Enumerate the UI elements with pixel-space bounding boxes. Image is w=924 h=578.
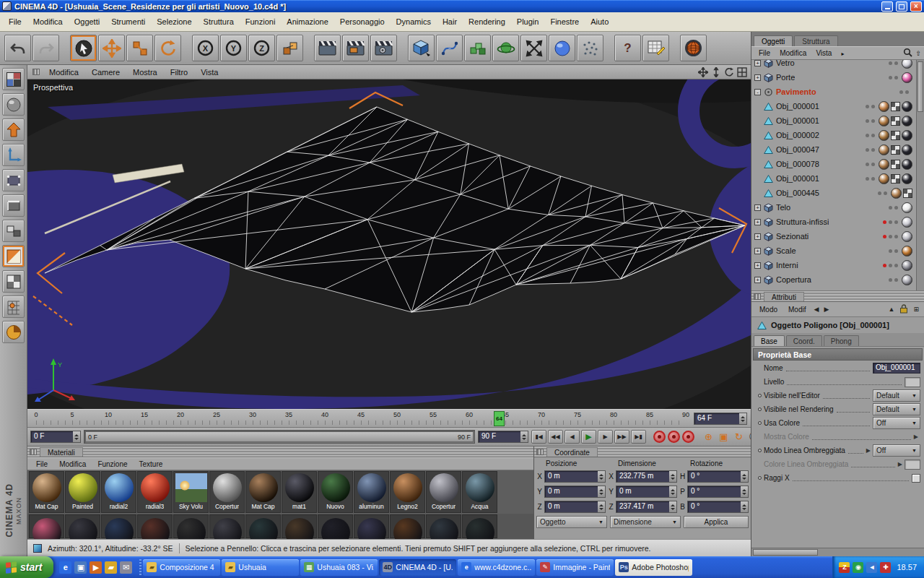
materials-menu-funzione[interactable]: Funzione xyxy=(92,460,133,469)
timeline-range-slider[interactable]: 0 F 90 F xyxy=(84,430,475,444)
zonealarm-icon[interactable]: Z xyxy=(839,562,850,573)
om-menu-more-icon[interactable]: ▸ xyxy=(837,48,848,58)
material-chips[interactable] xyxy=(902,202,912,213)
menu-funzioni[interactable]: Funzioni xyxy=(240,16,282,27)
viewport-grip[interactable] xyxy=(30,68,43,77)
material-item-partial[interactable] xyxy=(65,514,100,538)
panel-grip-icon[interactable] xyxy=(536,449,544,455)
visibility-dots[interactable] xyxy=(889,206,898,210)
visibility-dots[interactable] xyxy=(866,148,875,152)
menu-rendering[interactable]: Rendering xyxy=(463,16,511,27)
tray-clock[interactable]: 18.57 xyxy=(897,563,917,571)
attr-tab-base[interactable]: Base xyxy=(754,335,785,346)
tree-item-label[interactable]: Porte xyxy=(776,73,795,82)
texture-tag-icon[interactable] xyxy=(891,102,900,111)
material-chips[interactable] xyxy=(902,217,912,228)
toggle-views-icon[interactable] xyxy=(737,67,747,77)
size-z-field[interactable]: 237.417 m xyxy=(616,501,677,513)
tree-toggle[interactable]: - xyxy=(754,89,761,95)
visibility-dots[interactable] xyxy=(866,134,875,137)
material-tag-icon[interactable] xyxy=(879,173,889,184)
material-tag-icon[interactable] xyxy=(902,246,912,256)
material-chips[interactable] xyxy=(902,246,912,256)
tree-row[interactable]: Obj_000047 xyxy=(751,142,924,157)
texture-tag-icon[interactable] xyxy=(891,116,900,126)
range-start-stepper[interactable] xyxy=(73,431,80,442)
record-position-icon[interactable]: ⊕ xyxy=(702,430,715,444)
position-z-field[interactable]: 0 m xyxy=(544,501,606,513)
material-item-partial[interactable] xyxy=(29,514,64,538)
content-browser-button[interactable] xyxy=(642,35,669,61)
material-tag-icon[interactable] xyxy=(902,116,912,126)
coord-size-dropdown[interactable]: Dimensione▼ xyxy=(610,516,681,528)
lock-z-button[interactable]: Z xyxy=(248,35,275,61)
media-player-icon[interactable]: ▶ xyxy=(90,561,102,574)
tree-toggle[interactable]: + xyxy=(754,248,761,254)
tree-row[interactable]: Obj_000078 xyxy=(751,157,924,171)
render-active-view-button[interactable] xyxy=(342,35,369,61)
tree-row[interactable]: +Vetro xyxy=(751,60,924,70)
texture-tag-icon[interactable] xyxy=(891,160,900,169)
axis-mode-button[interactable] xyxy=(2,144,25,166)
tree-toggle[interactable]: + xyxy=(754,233,761,240)
om-menu-vista[interactable]: Vista xyxy=(811,48,836,58)
visibile-nell-editor-dropdown[interactable]: Default▼ xyxy=(873,389,920,402)
tree-row[interactable]: Obj_000001 xyxy=(751,171,924,186)
show-desktop-icon[interactable]: ▣ xyxy=(74,561,87,574)
tree-row[interactable]: Obj_000002 xyxy=(751,128,924,142)
add-particles-button[interactable] xyxy=(577,35,603,61)
add-deformer-button[interactable] xyxy=(520,35,547,61)
render-view-button[interactable] xyxy=(314,35,341,61)
material-item-partial[interactable] xyxy=(173,514,209,538)
material-chips[interactable] xyxy=(902,60,912,69)
minimize-button[interactable] xyxy=(881,1,893,12)
tree-row[interactable]: +Struttura-infissi xyxy=(751,215,924,229)
material-item-partial[interactable] xyxy=(354,514,389,538)
panel-grip-icon[interactable] xyxy=(30,449,37,455)
material-item[interactable]: Mat Cap xyxy=(245,471,281,513)
range-start-value[interactable]: 0 F xyxy=(31,431,73,442)
menu-dynamics[interactable]: Dynamics xyxy=(391,16,437,27)
current-frame-field[interactable]: 64 F xyxy=(694,413,747,425)
material-item[interactable]: Copertur xyxy=(209,471,245,513)
tree-toggle[interactable]: + xyxy=(754,60,761,66)
material-item[interactable]: mat1 xyxy=(282,471,317,513)
internet-explorer-icon[interactable]: e xyxy=(59,561,71,574)
material-item[interactable]: Nuovo xyxy=(318,471,353,513)
tree-item-label[interactable]: Copertura xyxy=(776,275,811,284)
material-chips[interactable] xyxy=(879,173,912,184)
panel-grip-icon[interactable] xyxy=(754,293,761,300)
material-item[interactable]: radial3 xyxy=(137,471,173,513)
rotate-button[interactable] xyxy=(154,35,181,61)
move-button[interactable] xyxy=(98,35,125,61)
usa-colore-dropdown[interactable]: Off▼ xyxy=(873,417,920,429)
texture-tag-icon[interactable] xyxy=(891,145,900,155)
material-item-partial[interactable] xyxy=(390,514,425,538)
rotation-p-field[interactable]: 0 ° xyxy=(687,486,749,498)
material-tag-icon[interactable] xyxy=(902,101,912,112)
rotation-h-field[interactable]: 0 ° xyxy=(687,470,749,483)
folder-icon[interactable]: ▰ xyxy=(105,561,117,574)
material-item-partial[interactable] xyxy=(282,514,317,538)
tab-struttura[interactable]: Struttura xyxy=(794,35,837,46)
record-scale-icon[interactable]: ▣ xyxy=(717,430,731,444)
submenu-arrow-icon[interactable]: ▶ xyxy=(866,447,871,454)
material-tag-icon[interactable] xyxy=(902,231,912,242)
tree-toggle[interactable]: + xyxy=(754,277,761,283)
tree-item-label[interactable]: Obj_000001 xyxy=(776,102,819,111)
rotate-view-icon[interactable] xyxy=(724,67,734,77)
tree-item-label[interactable]: Obj_000001 xyxy=(776,116,819,125)
apply-button[interactable]: Applica xyxy=(684,516,749,528)
tree-item-label[interactable]: Obj_000001 xyxy=(776,174,819,183)
tree-item-label[interactable]: Pavimento xyxy=(776,87,816,96)
material-tag-icon[interactable] xyxy=(902,275,912,285)
position-x-field[interactable]: 0 m xyxy=(544,470,606,483)
menu-oggetti[interactable]: Oggetti xyxy=(69,16,105,27)
material-item[interactable]: Painted xyxy=(65,471,100,513)
record-settings-icon[interactable] xyxy=(682,431,694,443)
visibility-dots[interactable] xyxy=(883,235,898,238)
material-item[interactable]: Mat Cap xyxy=(29,471,64,513)
tree-toggle[interactable]: + xyxy=(754,219,761,225)
scale-button[interactable] xyxy=(126,35,153,61)
menu-aiuto[interactable]: Aiuto xyxy=(585,16,614,27)
